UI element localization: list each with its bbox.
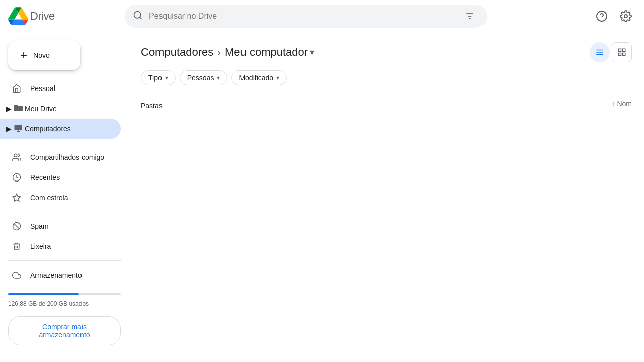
sidebar-item-armazenamento[interactable]: Armazenamento xyxy=(0,265,121,285)
divider-2 xyxy=(8,212,121,212)
list-view-button[interactable] xyxy=(590,42,610,62)
filter-pessoas-arrow-icon: ▾ xyxy=(217,74,220,81)
sidebar-item-lixeira-label: Lixeira xyxy=(30,242,51,250)
filter-modificado-button[interactable]: Modificado ▾ xyxy=(231,70,287,85)
toolbar: Tipo ▾ Pessoas ▾ Modificado ▾ xyxy=(141,70,632,94)
filter-tipo-button[interactable]: Tipo ▾ xyxy=(141,70,176,85)
breadcrumb-parent[interactable]: Computadores xyxy=(141,46,213,59)
sidebar-item-pessoal[interactable]: Pessoal xyxy=(0,78,121,99)
svg-point-0 xyxy=(134,11,141,18)
breadcrumb: Computadores › Meu computador ▾ xyxy=(141,32,632,70)
sidebar-item-compartilhados[interactable]: Compartilhados comigo xyxy=(0,147,121,167)
content-area: Computadores › Meu computador ▾ xyxy=(129,32,644,362)
grid-view-button[interactable] xyxy=(612,42,632,62)
logo-area: Drive xyxy=(8,6,119,26)
svg-point-11 xyxy=(14,154,17,157)
folder-icon xyxy=(14,104,23,114)
svg-rect-21 xyxy=(618,53,621,56)
storage-area: 126,88 GB de 200 GB usados Comprar mais … xyxy=(8,293,121,345)
filter-tipo-label: Tipo xyxy=(148,74,162,82)
buy-storage-button[interactable]: Comprar mais armazenamento xyxy=(8,316,121,345)
drive-logo-icon xyxy=(8,6,28,26)
storage-text: 126,88 GB de 200 GB usados xyxy=(8,299,121,308)
sidebar-item-computadores-label: Computadores xyxy=(25,125,71,133)
sidebar-item-spam[interactable]: Spam xyxy=(0,216,121,236)
filter-modificado-arrow-icon: ▾ xyxy=(276,74,279,81)
sidebar-item-armazenamento-label: Armazenamento xyxy=(30,271,82,279)
new-button-label: Novo xyxy=(33,51,50,59)
filter-tipo-arrow-icon: ▾ xyxy=(165,74,168,81)
view-options xyxy=(590,42,632,62)
plus-icon: + xyxy=(20,48,27,62)
sidebar-item-recentes-label: Recentes xyxy=(30,173,60,182)
cloud-icon xyxy=(12,270,22,280)
sidebar-item-lixeira[interactable]: Lixeira xyxy=(0,236,121,256)
breadcrumb-dropdown-icon: ▾ xyxy=(310,47,314,58)
filter-pessoas-button[interactable]: Pessoas ▾ xyxy=(180,70,228,85)
help-button[interactable] xyxy=(592,6,612,26)
sort-bar: Pastas ↑ Nom xyxy=(141,94,632,118)
svg-point-7 xyxy=(624,15,627,18)
breadcrumb-separator: › xyxy=(217,47,221,58)
search-input[interactable] xyxy=(149,12,455,21)
sort-button[interactable]: ↑ Nom xyxy=(611,100,632,108)
home-icon xyxy=(12,84,22,93)
sidebar-item-meu-drive[interactable]: ▶ Meu Drive xyxy=(0,99,121,119)
sidebar-item-com-estrela-label: Com estrela xyxy=(30,194,68,202)
section-pastas-label: Pastas xyxy=(141,94,163,114)
svg-line-1 xyxy=(140,17,142,19)
svg-marker-13 xyxy=(13,194,21,201)
sidebar-item-meu-drive-label: Meu Drive xyxy=(25,105,57,113)
filter-modificado-label: Modificado xyxy=(239,74,273,82)
sidebar: + Novo Pessoal ▶ Meu Drive ▶ xyxy=(0,32,129,362)
star-icon xyxy=(12,193,22,202)
clock-icon xyxy=(12,173,22,182)
expand-icon-2: ▶ xyxy=(6,125,12,133)
divider xyxy=(8,143,121,143)
svg-rect-8 xyxy=(15,125,22,130)
topbar: Drive xyxy=(0,0,644,32)
main-layout: + Novo Pessoal ▶ Meu Drive ▶ xyxy=(0,32,644,362)
sidebar-item-spam-label: Spam xyxy=(30,222,49,230)
sidebar-item-recentes[interactable]: Recentes xyxy=(0,167,121,188)
settings-button[interactable] xyxy=(616,6,636,26)
new-button[interactable]: + Novo xyxy=(8,40,80,70)
computer-icon xyxy=(14,124,23,134)
storage-bar-background xyxy=(8,293,121,295)
sidebar-item-compartilhados-label: Compartilhados comigo xyxy=(30,153,104,161)
svg-rect-19 xyxy=(618,49,621,51)
search-icon xyxy=(133,10,143,23)
sidebar-item-computadores[interactable]: ▶ Computadores xyxy=(0,119,121,139)
svg-rect-22 xyxy=(623,53,625,56)
filter-pessoas-label: Pessoas xyxy=(187,74,214,82)
search-bar[interactable] xyxy=(125,5,487,28)
sidebar-item-pessoal-label: Pessoal xyxy=(30,84,55,93)
search-filter-button[interactable] xyxy=(461,6,479,26)
breadcrumb-current-label: Meu computador xyxy=(225,46,308,59)
sort-direction-icon: ↑ xyxy=(611,100,615,108)
divider-3 xyxy=(8,260,121,261)
storage-bar-fill xyxy=(8,293,79,295)
expand-icon: ▶ xyxy=(6,105,12,113)
svg-line-15 xyxy=(14,224,20,229)
sidebar-item-com-estrela[interactable]: Com estrela xyxy=(0,188,121,208)
empty-folder-area xyxy=(141,118,632,362)
app-name: Drive xyxy=(30,10,55,23)
shared-icon xyxy=(12,153,22,162)
trash-icon xyxy=(12,242,22,251)
spam-icon xyxy=(12,222,22,231)
breadcrumb-current[interactable]: Meu computador ▾ xyxy=(225,46,314,59)
sort-label: Nom xyxy=(617,100,632,108)
svg-rect-20 xyxy=(623,49,625,51)
topbar-right xyxy=(592,6,636,26)
